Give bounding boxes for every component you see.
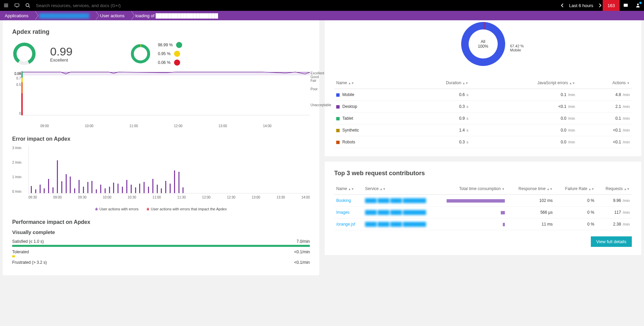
webreq-title: Top 3 web request contributors [334,170,632,177]
device-donut-chart: All 100% 67.42 % Mobile [334,20,632,68]
face-neutral-icon [174,51,180,57]
perf-impact-subtitle: Visually complete [12,229,310,235]
apdex-satisfied-row: 98.99 % [158,42,182,48]
user-icon[interactable] [632,0,644,11]
apdex-x-axis: 09:0010:0011:0012:0013:0014:00 [12,124,310,128]
face-sad-icon [174,60,180,66]
table-row[interactable]: Booking ████ ████ ████ ████████ 102 ms 0… [334,195,632,207]
apdex-gauge [12,42,37,66]
chat-icon[interactable] [620,0,632,11]
col-wr-requests[interactable]: Requests▲▼ [596,183,632,195]
col-wr-failrate[interactable]: Failure Rate▲▼ [555,183,596,195]
apdex-tolerated-row: 0.95 % [158,51,182,57]
col-wr-resptime[interactable]: Response time▲▼ [507,183,555,195]
bar-icon: ılı [95,207,97,211]
device-table: Name▲▼ Duration▲▼ JavaScript errors▲▼ Ac… [334,77,632,148]
error-impact-chart: 3 /min 2 /min 1 /min 0 /min [12,146,310,204]
apdex-score-label: Excellent [50,57,72,63]
col-actions[interactable]: Actions▼ [577,77,632,89]
web-requests-card: Top 3 web request contributors Name▲▼ Se… [325,162,641,255]
notification-dot [639,2,642,4]
apdex-quality-scale [21,71,23,115]
device-breakdown-card: All 100% 67.42 % Mobile Name▲▼ Duration▲… [325,20,641,156]
apdex-dist-gauge [130,43,151,64]
crumb-user-actions[interactable]: User actions [95,11,130,20]
svg-point-1 [26,4,29,7]
bar-icon: ılı [147,207,149,211]
perf-impact-title: Performance impact on Apdex [12,219,310,225]
perf-satisfied-row: Satisfied (≤ 1.0 s)7.0/min [12,239,310,247]
search-input[interactable] [36,3,137,8]
time-range-selector[interactable]: Last 6 hours [565,0,598,11]
apdex-card: Apdex rating 0.99 Excellent 98.99 [3,20,319,275]
perf-tolerated-row: Tolerated<0.1/min [12,250,310,257]
col-duration[interactable]: Duration▲▼ [403,77,471,89]
table-row[interactable]: Synthetic 1.4 s 0.0 /min <0.1 /min [334,124,632,136]
search-icon[interactable] [25,3,30,8]
problems-badge[interactable]: 163 [603,0,620,11]
col-wr-consumption[interactable]: Total time consumption▼ [445,183,507,195]
apdex-timeseries-chart: 1 0.94 0.85 0.7 0.5 0 Excellent Good [12,71,310,122]
col-wr-service[interactable]: Service▲▼ [363,183,445,195]
top-bar: Last 6 hours 163 [0,0,644,11]
apdex-score-block: 0.99 Excellent [50,45,72,63]
hamburger-icon[interactable] [3,3,9,8]
face-happy-icon [176,42,182,48]
apdex-score: 0.99 [50,45,72,58]
svg-point-6 [132,46,149,62]
table-row[interactable]: Images ████ ████ ████ ████████ 566 µs 0 … [334,207,632,218]
apdex-title: Apdex rating [12,28,310,36]
svg-point-3 [637,4,639,5]
webreq-table: Name▲▼ Service▲▼ Total time consumption▼… [334,183,632,230]
error-legend: ılıUser actions with errors ılıUser acti… [12,207,310,211]
crumb-app-name[interactable]: ████████████████ [35,11,95,20]
perf-frustrated-row: Frustrated (> 3.2 s)<0.1/min [12,260,310,266]
error-impact-title: Error impact on Apdex [12,136,310,142]
view-full-details-button[interactable]: View full details [591,236,632,247]
table-row[interactable]: Desktop 0.3 s <0.1 /min 2.1 /min [334,101,632,113]
breadcrumb: Applications ████████████████ User actio… [0,11,644,20]
svg-rect-2 [624,4,628,7]
time-next-button[interactable] [597,0,603,11]
crumb-current: loading of ████████████████████ [131,11,224,20]
table-row[interactable]: /orange.jsf ████ ████ ████ ████████ 11 m… [334,218,632,230]
table-row[interactable]: Robots 0.3 s 0.0 /min <0.1 /min [334,136,632,148]
col-name[interactable]: Name▲▼ [334,77,403,89]
svg-rect-0 [15,4,19,6]
time-prev-button[interactable] [560,0,565,11]
table-row[interactable]: Tablet 0.9 s 0.0 /min 0.1 /min [334,113,632,124]
monitor-icon[interactable] [14,3,20,8]
apdex-frustrated-row: 0.06 % [158,60,182,66]
table-row[interactable]: Mobile 0.6 s 0.1 /min 4.8 /min [334,89,632,101]
crumb-applications[interactable]: Applications [0,11,35,20]
col-wr-name[interactable]: Name▲▼ [334,183,363,195]
col-jserrors[interactable]: JavaScript errors▲▼ [470,77,577,89]
